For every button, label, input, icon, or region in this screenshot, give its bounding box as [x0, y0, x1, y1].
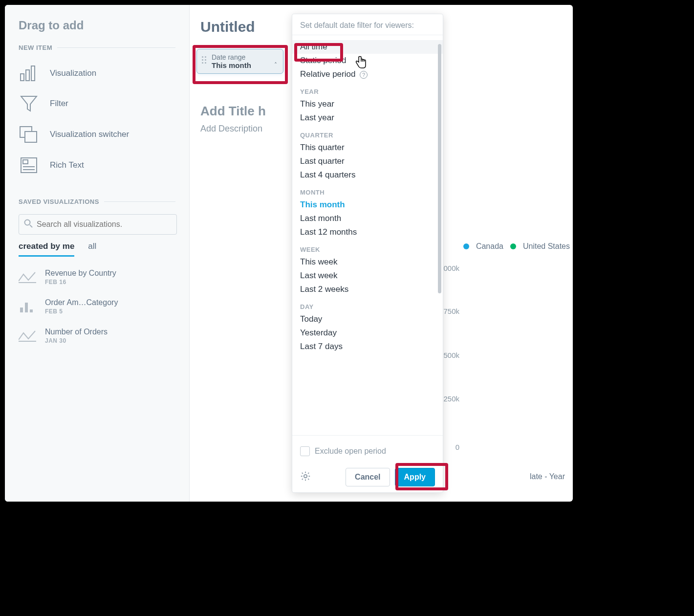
date-option[interactable]: Last quarter: [292, 154, 443, 168]
checkbox-icon[interactable]: [300, 446, 310, 456]
group-label: MONTH: [292, 182, 443, 198]
saved-item-date: FEB 5: [45, 308, 118, 315]
item-rich-text[interactable]: Rich Text: [19, 157, 175, 174]
section-header-new-item: NEW ITEM: [19, 44, 175, 51]
richtext-icon: [19, 157, 39, 174]
item-label: Visualization: [50, 68, 96, 78]
funnel-icon: [19, 95, 39, 112]
item-label: Rich Text: [50, 160, 84, 170]
svg-point-16: [304, 474, 307, 477]
divider: [292, 35, 443, 35]
date-option[interactable]: Today: [292, 312, 443, 326]
stack-icon: [19, 126, 39, 143]
svg-rect-13: [25, 303, 28, 312]
date-option[interactable]: Last year: [292, 111, 443, 125]
scrollbar-thumb[interactable]: [438, 44, 441, 293]
date-option[interactable]: Last 2 weeks: [292, 283, 443, 296]
section-header-saved: SAVED VISUALIZATIONS: [19, 198, 175, 205]
chevron-up-icon: ˄: [274, 62, 277, 68]
svg-point-9: [25, 220, 30, 225]
sidebar-title: Drag to add: [19, 19, 175, 32]
bar-mini-icon: [19, 298, 36, 315]
item-visualization[interactable]: Visualization: [19, 65, 175, 82]
item-visualization-switcher[interactable]: Visualization switcher: [19, 126, 175, 143]
x-axis-label: late - Year: [530, 472, 565, 481]
date-option[interactable]: Yesterday: [292, 326, 443, 340]
line-chart-icon: [19, 268, 36, 286]
tab-all[interactable]: all: [88, 242, 96, 257]
svg-rect-12: [20, 308, 23, 312]
date-option[interactable]: This month: [292, 198, 443, 212]
item-label: Visualization switcher: [50, 130, 129, 139]
svg-rect-2: [31, 66, 35, 81]
date-option[interactable]: All time: [292, 40, 443, 54]
saved-item-date: FEB 16: [45, 279, 116, 286]
date-option[interactable]: Static period: [292, 54, 443, 67]
cancel-button[interactable]: Cancel: [346, 468, 390, 486]
saved-item[interactable]: Revenue by Country FEB 16: [19, 268, 175, 286]
dropdown-hint: Set default date filter for viewers:: [292, 21, 443, 30]
search-visualizations[interactable]: [19, 214, 177, 235]
svg-rect-1: [26, 70, 29, 81]
item-filter[interactable]: Filter: [19, 95, 175, 112]
legend-label: United States: [523, 242, 570, 251]
svg-rect-6: [23, 160, 28, 164]
exclude-label: Exclude open period: [315, 447, 386, 456]
legend-dot-icon: [510, 243, 516, 249]
date-option[interactable]: Last month: [292, 212, 443, 225]
group-label: YEAR: [292, 81, 443, 97]
sidebar: Drag to add NEW ITEM Visualization Filte…: [5, 5, 190, 502]
chart-legend: Canada United States: [463, 242, 570, 251]
saved-item[interactable]: Order Am…Category FEB 5: [19, 298, 175, 315]
bar-chart-icon: [19, 65, 39, 82]
exclude-open-period[interactable]: Exclude open period: [292, 440, 443, 462]
group-label: DAY: [292, 296, 443, 312]
saved-tabs: created by me all: [19, 242, 175, 257]
saved-item-name: Order Am…Category: [45, 298, 118, 307]
help-icon[interactable]: ?: [360, 71, 368, 79]
legend-label: Canada: [476, 242, 503, 251]
saved-item[interactable]: Number of Orders JAN 30: [19, 327, 175, 345]
date-range-dropdown: Set default date filter for viewers: All…: [292, 14, 443, 493]
tab-created-by-me[interactable]: created by me: [19, 242, 74, 257]
line-chart-icon: [19, 327, 36, 345]
date-option[interactable]: This quarter: [292, 141, 443, 154]
gear-icon[interactable]: [300, 471, 311, 484]
date-option[interactable]: This week: [292, 255, 443, 269]
apply-button[interactable]: Apply: [395, 468, 435, 486]
saved-item-date: JAN 30: [45, 337, 108, 344]
saved-item-name: Number of Orders: [45, 328, 108, 336]
search-input[interactable]: [37, 220, 172, 229]
dropdown-scroll[interactable]: All timeStatic periodRelative period ?YE…: [292, 40, 443, 430]
svg-rect-4: [25, 132, 37, 142]
svg-line-10: [30, 225, 32, 227]
date-option[interactable]: Last 12 months: [292, 225, 443, 239]
date-range-chip[interactable]: Date range This month ˄: [196, 49, 283, 74]
divider: [292, 435, 443, 436]
svg-rect-0: [21, 74, 24, 81]
group-label: QUARTER: [292, 125, 443, 141]
legend-dot-icon: [463, 243, 469, 249]
date-option[interactable]: Last 7 days: [292, 340, 443, 353]
date-option[interactable]: Relative period ?: [292, 67, 443, 81]
group-label: WEEK: [292, 239, 443, 255]
search-icon: [24, 219, 33, 230]
item-label: Filter: [50, 99, 68, 109]
date-option[interactable]: This year: [292, 97, 443, 111]
drag-handle-icon[interactable]: [202, 56, 206, 64]
date-option[interactable]: Last week: [292, 269, 443, 283]
saved-item-name: Revenue by Country: [45, 269, 116, 278]
date-chip-label: Date range: [212, 53, 278, 61]
date-option[interactable]: Last 4 quarters: [292, 168, 443, 182]
date-chip-value: This month: [212, 61, 278, 69]
svg-rect-14: [30, 309, 33, 312]
